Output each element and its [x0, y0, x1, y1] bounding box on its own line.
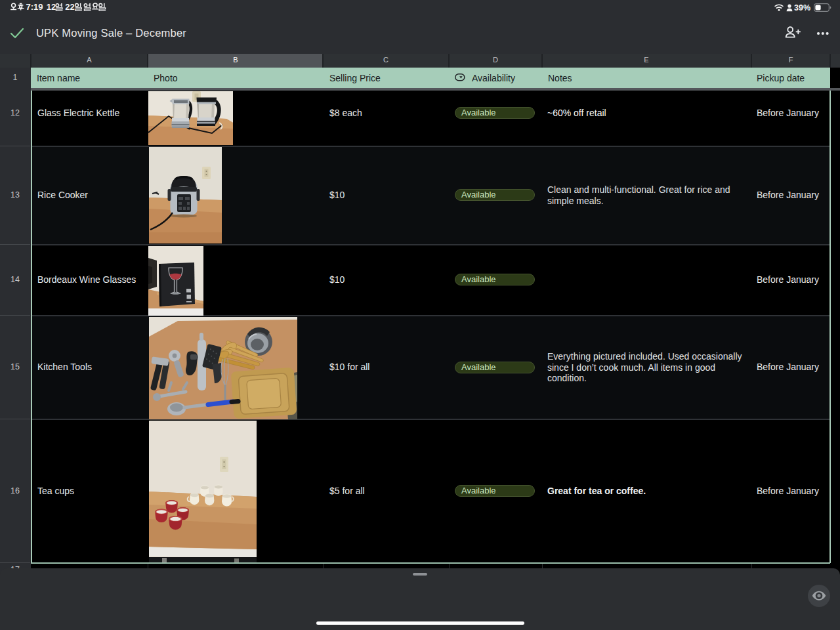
svg-text:22: 22: [65, 3, 74, 12]
svg-text:12: 12: [47, 3, 56, 12]
svg-text:7:19: 7:19: [26, 3, 43, 12]
